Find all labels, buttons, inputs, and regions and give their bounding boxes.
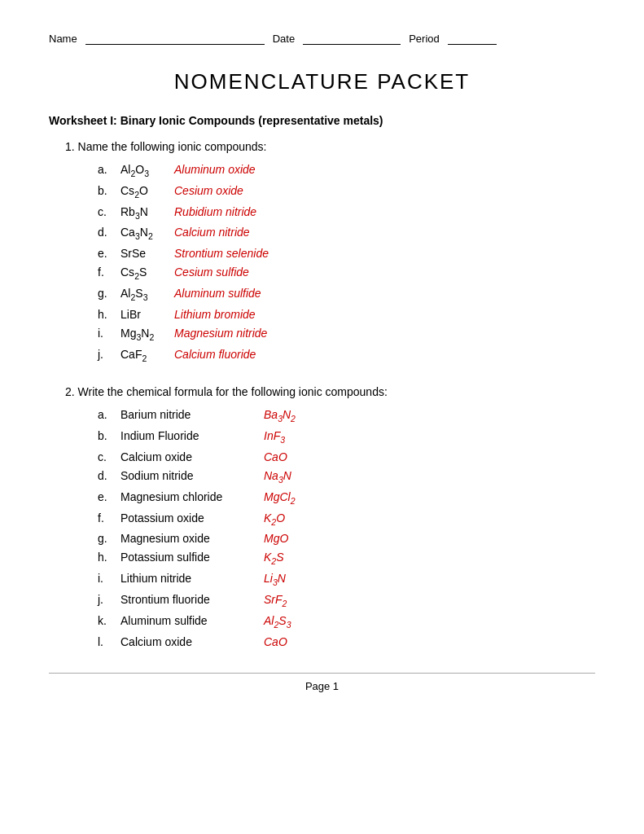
item-label: f. — [98, 266, 116, 279]
formula: Mg3N2 — [120, 327, 169, 342]
list-item: h. LiBr Lithium bromide — [98, 308, 595, 321]
item-label: j. — [98, 348, 116, 361]
answer-formula: Al2S3 — [264, 614, 291, 630]
q2-intro: 2. Write the chemical formula for the fo… — [65, 385, 595, 398]
item-label: c. — [98, 205, 116, 218]
item-label: e. — [98, 490, 116, 503]
list-item: d. Sodium nitride Na3N — [98, 469, 595, 485]
item-label: j. — [98, 593, 116, 606]
answer: Aluminum oxide — [174, 163, 256, 176]
item-label: i. — [98, 327, 116, 340]
list-item: g. Al2S3 Aluminum sulfide — [98, 287, 595, 302]
compound-name: Lithium nitride — [120, 572, 259, 585]
answer: Cesium oxide — [174, 184, 243, 197]
date-line — [303, 44, 401, 45]
page-title: Nomenclature Packet — [49, 69, 595, 94]
item-label: i. — [98, 572, 116, 585]
footer: Page 1 — [49, 673, 595, 692]
list-item: e. SrSe Strontium selenide — [98, 247, 595, 260]
compound-name: Magnesium chloride — [120, 490, 259, 503]
answer-formula: Li3N — [264, 572, 286, 587]
item-label: d. — [98, 226, 116, 239]
answer-formula: Na3N — [264, 469, 291, 485]
list-item: d. Ca3N2 Calcium nitride — [98, 226, 595, 241]
list-item: j. Strontium fluoride SrF2 — [98, 593, 595, 608]
question-1-block: 1. Name the following ionic compounds: a… — [49, 140, 595, 362]
answer: Calcium fluoride — [174, 348, 256, 361]
period-label: Period — [409, 33, 440, 45]
formula: Ca3N2 — [120, 226, 169, 241]
list-item: f. Cs2S Cesium sulfide — [98, 266, 595, 281]
answer-formula: MgO — [264, 532, 288, 545]
list-item: a. Barium nitride Ba3N2 — [98, 408, 595, 424]
item-label: g. — [98, 287, 116, 300]
name-line — [85, 44, 265, 45]
item-label: c. — [98, 450, 116, 463]
answer-formula: CaO — [264, 450, 287, 463]
item-label: g. — [98, 532, 116, 545]
item-label: l. — [98, 635, 116, 648]
question-2-block: 2. Write the chemical formula for the fo… — [49, 385, 595, 647]
answer-formula: Ba3N2 — [264, 408, 296, 424]
list-item: l. Calcium oxide CaO — [98, 635, 595, 648]
compound-name: Potassium oxide — [120, 511, 259, 525]
list-item: i. Mg3N2 Magnesium nitride — [98, 327, 595, 342]
answer: Rubidium nitride — [174, 205, 256, 218]
formula: CaF2 — [120, 348, 169, 363]
answer-formula: K2S — [264, 551, 284, 566]
q1-list: a. Al2O3 Aluminum oxide b. Cs2O Cesium o… — [98, 163, 595, 362]
item-label: f. — [98, 511, 116, 525]
item-label: a. — [98, 408, 116, 421]
answer-formula: InF3 — [264, 429, 285, 445]
item-label: b. — [98, 429, 116, 442]
answer: Strontium selenide — [174, 247, 269, 260]
item-label: k. — [98, 614, 116, 627]
list-item: f. Potassium oxide K2O — [98, 511, 595, 527]
formula: SrSe — [120, 247, 169, 260]
item-label: d. — [98, 469, 116, 482]
compound-name: Sodium nitride — [120, 469, 259, 482]
q2-list: a. Barium nitride Ba3N2 b. Indium Fluori… — [98, 408, 595, 647]
formula: LiBr — [120, 308, 169, 321]
list-item: c. Rb3N Rubidium nitride — [98, 205, 595, 221]
compound-name: Magnesium oxide — [120, 532, 259, 545]
list-item: b. Indium Fluoride InF3 — [98, 429, 595, 445]
item-label: h. — [98, 551, 116, 564]
formula: Rb3N — [120, 205, 169, 221]
list-item: b. Cs2O Cesium oxide — [98, 184, 595, 200]
compound-name: Calcium oxide — [120, 450, 259, 463]
item-label: b. — [98, 184, 116, 197]
item-label: e. — [98, 247, 116, 260]
answer: Aluminum sulfide — [174, 287, 261, 300]
answer-formula: CaO — [264, 635, 287, 648]
answer: Magnesium nitride — [174, 327, 267, 340]
compound-name: Calcium oxide — [120, 635, 259, 648]
answer: Cesium sulfide — [174, 266, 249, 279]
answer: Calcium nitride — [174, 226, 250, 239]
list-item: a. Al2O3 Aluminum oxide — [98, 163, 595, 178]
answer: Lithium bromide — [174, 308, 256, 321]
list-item: g. Magnesium oxide MgO — [98, 532, 595, 545]
compound-name: Strontium fluoride — [120, 593, 259, 606]
header: Name Date Period — [49, 33, 595, 45]
worksheet-heading: Worksheet I: Binary Ionic Compounds (rep… — [49, 114, 595, 127]
item-label: a. — [98, 163, 116, 176]
list-item: c. Calcium oxide CaO — [98, 450, 595, 463]
list-item: j. CaF2 Calcium fluoride — [98, 348, 595, 363]
list-item: i. Lithium nitride Li3N — [98, 572, 595, 587]
formula: Al2O3 — [120, 163, 169, 178]
date-label: Date — [273, 33, 295, 45]
compound-name: Barium nitride — [120, 408, 259, 421]
q1-intro: 1. Name the following ionic compounds: — [65, 140, 595, 153]
period-line — [448, 44, 497, 45]
formula: Cs2S — [120, 266, 169, 281]
formula: Al2S3 — [120, 287, 169, 302]
compound-name: Indium Fluoride — [120, 429, 259, 442]
formula: Cs2O — [120, 184, 169, 200]
compound-name: Aluminum sulfide — [120, 614, 259, 627]
list-item: k. Aluminum sulfide Al2S3 — [98, 614, 595, 630]
list-item: e. Magnesium chloride MgCl2 — [98, 490, 595, 506]
name-label: Name — [49, 33, 77, 45]
page-label: Page 1 — [305, 680, 339, 692]
compound-name: Potassium sulfide — [120, 551, 259, 564]
